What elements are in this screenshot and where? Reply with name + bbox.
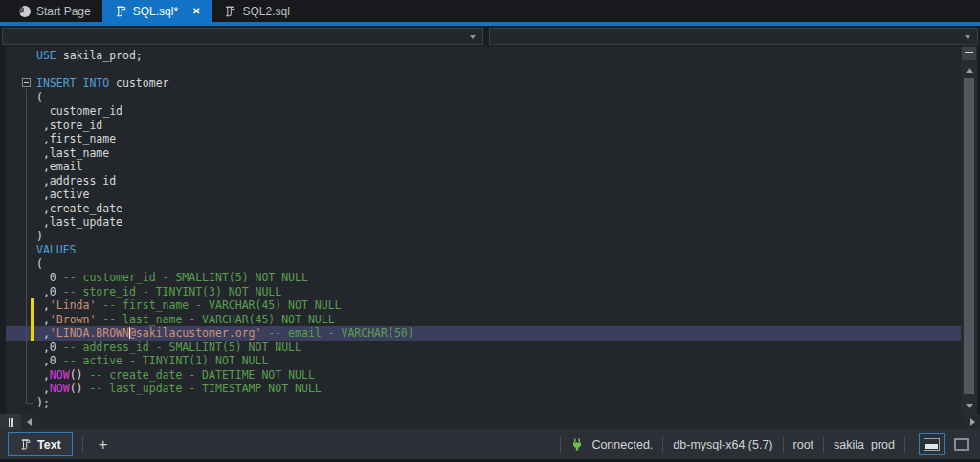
- text-caret: [129, 327, 130, 339]
- code-line-2[interactable]: INSERT INTO customer: [36, 77, 414, 91]
- code-line-6[interactable]: ,first_name: [36, 132, 414, 146]
- text-view-tab[interactable]: Text: [8, 432, 73, 456]
- code-line-25[interactable]: );: [36, 396, 414, 410]
- code-line-18[interactable]: ,'Linda' -- first_name - VARCHAR(45) NOT…: [36, 298, 414, 313]
- code-line-20[interactable]: ,'LINDA.BROWN@sakilacustomer.org' -- ema…: [36, 326, 414, 341]
- tab-sql2-sql[interactable]: SQL2.sql: [212, 0, 301, 22]
- fold-region-line: [26, 89, 27, 403]
- database-name-cell[interactable]: sakila_prod: [834, 438, 895, 451]
- sql-scroll-icon: [114, 5, 127, 18]
- code-line-5[interactable]: ,store_id: [36, 119, 414, 133]
- sql-scroll-icon: [19, 438, 32, 451]
- editor-toolbar: [0, 26, 980, 46]
- sql-editor[interactable]: USE sakila_prod;INSERT INTO customer( cu…: [0, 46, 980, 414]
- code-line-24[interactable]: ,NOW() -- last_update - TIMESTAMP NOT NU…: [36, 382, 414, 396]
- separator: [823, 436, 824, 453]
- scroll-up-button[interactable]: [961, 63, 977, 77]
- code-line-3[interactable]: (: [36, 91, 414, 105]
- server-name-cell[interactable]: db-mysql-x64 (5.7): [673, 438, 772, 451]
- code-line-14[interactable]: VALUES: [36, 243, 414, 257]
- separator: [904, 436, 905, 453]
- code-line-16[interactable]: 0 -- customer_id - SMALLINT(5) NOT NULL: [36, 271, 414, 285]
- tab-sql-sql[interactable]: SQL.sql* ✕: [102, 0, 212, 22]
- chevron-down-icon: [965, 35, 970, 39]
- fold-region-end-tick: [26, 403, 33, 404]
- vertical-scrollbar[interactable]: [961, 46, 977, 414]
- connection-status-text: Connected.: [591, 438, 653, 451]
- code-line-15[interactable]: (: [36, 257, 414, 272]
- text-view-tab-label: Text: [37, 438, 61, 451]
- code-line-23[interactable]: ,NOW() -- create_date - DATETIME NOT NUL…: [36, 368, 414, 383]
- split-view-icon: [924, 438, 940, 451]
- separator: [662, 436, 663, 453]
- code-line-17[interactable]: ,0 -- store_id - TINYINT(3) NOT NULL: [36, 285, 414, 299]
- code-area[interactable]: USE sakila_prod;INSERT INTO customer( cu…: [36, 49, 414, 409]
- code-line-19[interactable]: ,'Brown' -- last_name - VARCHAR(45) NOT …: [36, 313, 414, 327]
- code-line-21[interactable]: ,0 -- address_id - SMALLINT(5) NOT NULL: [36, 341, 414, 355]
- code-line-10[interactable]: ,active: [36, 187, 414, 202]
- code-line-4[interactable]: customer_id: [36, 104, 414, 119]
- connection-status-cell[interactable]: Connected.: [570, 437, 653, 451]
- code-line-11[interactable]: ,create_date: [36, 202, 414, 216]
- changed-lines-bar: [31, 298, 34, 341]
- scroll-left-button[interactable]: [21, 414, 36, 429]
- left-combobox[interactable]: [2, 28, 483, 45]
- horizontal-scrollbar[interactable]: [0, 414, 980, 429]
- sql-scroll-icon: [223, 5, 236, 18]
- single-view-toggle-button[interactable]: [948, 433, 974, 455]
- tab-label: SQL.sql*: [133, 5, 178, 18]
- scroll-right-button[interactable]: [965, 414, 980, 429]
- tab-label: SQL2.sql: [242, 5, 289, 18]
- tab-label: Start Page: [36, 5, 91, 18]
- separator: [783, 436, 784, 453]
- scroll-down-button[interactable]: [961, 399, 977, 412]
- tab-start-page[interactable]: Start Page: [8, 0, 102, 22]
- add-view-button[interactable]: +: [93, 436, 114, 452]
- chevron-down-icon: [470, 35, 476, 39]
- splitter-handle-icon[interactable]: [962, 47, 976, 60]
- start-page-icon: [19, 6, 31, 17]
- horizontal-scrollbar-track[interactable]: [38, 414, 963, 429]
- code-line-7[interactable]: ,last_name: [36, 146, 414, 161]
- close-tab-icon[interactable]: ✕: [192, 7, 200, 16]
- status-bar: Text + Connected. db-mysql-x64 (5.7) roo…: [0, 429, 980, 459]
- separator: [560, 436, 561, 453]
- code-line-12[interactable]: ,last_update: [36, 215, 414, 230]
- splitter-grip-icon[interactable]: [0, 414, 21, 429]
- code-line-9[interactable]: ,address_id: [36, 174, 414, 188]
- code-line-13[interactable]: ): [36, 230, 414, 244]
- arrow-down-icon: [966, 404, 973, 408]
- single-view-icon: [954, 438, 969, 451]
- document-tab-bar: Start Page SQL.sql* ✕ SQL2.sql: [0, 0, 980, 22]
- vertical-scrollbar-thumb[interactable]: [964, 78, 974, 394]
- arrow-left-icon: [27, 418, 32, 426]
- code-line-0[interactable]: USE sakila_prod;: [36, 49, 414, 63]
- plug-icon: [570, 437, 584, 451]
- editor-left-margin: [0, 46, 6, 414]
- code-line-1[interactable]: [36, 63, 414, 77]
- code-line-8[interactable]: ,email: [36, 160, 414, 174]
- arrow-right-icon: [970, 418, 975, 426]
- split-view-toggle-button[interactable]: [919, 433, 945, 455]
- separator: [82, 436, 83, 453]
- code-line-22[interactable]: ,0 -- active - TINYINT(1) NOT NULL: [36, 354, 414, 368]
- fold-collapse-marker[interactable]: [22, 78, 31, 87]
- arrow-up-icon: [966, 68, 973, 73]
- right-combobox[interactable]: [489, 28, 978, 45]
- user-name-cell[interactable]: root: [793, 438, 814, 451]
